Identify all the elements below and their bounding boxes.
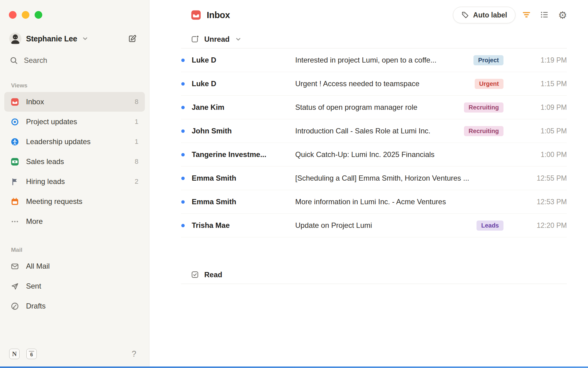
- sidebar-item-sales-leads[interactable]: Sales leads 8: [4, 152, 145, 171]
- main-header: Inbox Auto label ⚙: [149, 0, 588, 30]
- help-button[interactable]: ?: [132, 349, 136, 359]
- window-controls: [9, 11, 42, 19]
- zoom-button[interactable]: [35, 11, 42, 19]
- drafts-icon: [11, 302, 19, 310]
- main-content: Inbox Auto label ⚙ Unread Luke D: [149, 0, 588, 366]
- email-tag-chip[interactable]: Recruiting: [464, 126, 503, 136]
- unread-dot: [181, 177, 192, 180]
- email-tag-chip[interactable]: Leads: [477, 220, 503, 231]
- email-sender: Tangerine Investme...: [192, 150, 295, 159]
- email-subject: Introduction Call - Sales Role at Lumi I…: [295, 127, 439, 135]
- search-button[interactable]: Search: [4, 52, 145, 69]
- email-row[interactable]: Emma Smith More information in Lumi Inc.…: [181, 190, 567, 214]
- unread-dot: [181, 59, 192, 62]
- read-section-header[interactable]: Read: [181, 266, 567, 284]
- email-subject: Update on Project Lumi: [295, 221, 380, 230]
- list-view-button[interactable]: [537, 8, 552, 22]
- desktop-edge: [0, 366, 588, 368]
- email-middle: Interested in project Lumi, open to a co…: [295, 55, 503, 65]
- email-time: 12:53 PM: [503, 198, 567, 206]
- sidebar: Stephanie Lee Search Views Inbox 8 Proje…: [0, 0, 149, 366]
- filter-button[interactable]: [519, 8, 533, 22]
- app-window: Stephanie Lee Search Views Inbox 8 Proje…: [0, 0, 588, 366]
- ellipsis-icon: [11, 217, 19, 226]
- email-middle: Introduction Call - Sales Role at Lumi I…: [295, 126, 503, 136]
- email-middle: Status of open program manager role Recr…: [295, 102, 503, 113]
- email-subject: More information in Lumi Inc. - Acme Ven…: [295, 197, 454, 206]
- email-middle: More information in Lumi Inc. - Acme Ven…: [295, 197, 503, 206]
- sidebar-item-label: Meeting requests: [26, 197, 138, 206]
- email-tag-chip[interactable]: Urgent: [475, 79, 503, 89]
- sidebar-item-project-updates[interactable]: Project updates 1: [4, 112, 145, 132]
- compose-button[interactable]: [126, 33, 138, 45]
- read-label: Read: [204, 270, 222, 279]
- email-row[interactable]: Luke D Urgent ! Access needed to teamspa…: [181, 72, 567, 96]
- notion-badge[interactable]: N: [9, 349, 20, 359]
- email-middle: Quick Catch-Up: Lumi Inc. 2025 Financial…: [295, 150, 503, 159]
- email-row[interactable]: Trisha Mae Update on Project Lumi Leads …: [181, 214, 567, 237]
- sidebar-item-count: 1: [135, 138, 138, 146]
- email-middle: Urgent ! Access needed to teamspace Urge…: [295, 79, 503, 89]
- sidebar-item-drafts[interactable]: Drafts: [4, 296, 145, 316]
- unread-dot: [181, 106, 192, 109]
- email-row[interactable]: Luke D Interested in project Lumi, open …: [181, 48, 567, 72]
- email-time: 1:00 PM: [503, 151, 567, 159]
- sidebar-item-label: Drafts: [26, 302, 138, 310]
- sidebar-item-label: Inbox: [26, 98, 135, 106]
- sidebar-item-count: 2: [135, 178, 138, 186]
- search-label: Search: [24, 56, 47, 65]
- sidebar-section-items: All Mail Sent Drafts: [0, 256, 149, 316]
- read-checkbox-icon: [191, 270, 199, 279]
- email-sender: Emma Smith: [192, 197, 295, 206]
- sidebar-item-label: More: [26, 217, 138, 226]
- email-row[interactable]: John Smith Introduction Call - Sales Rol…: [181, 119, 567, 143]
- unread-section-header[interactable]: Unread: [181, 30, 567, 48]
- email-subject: Interested in project Lumi, open to a co…: [295, 56, 444, 64]
- email-middle: [Scheduling a Call] Emma Smith, Horizon …: [295, 174, 503, 182]
- email-tag-chip[interactable]: Project: [473, 55, 503, 65]
- account-switcher[interactable]: Stephanie Lee: [9, 33, 126, 45]
- email-tag-chip[interactable]: Recruiting: [464, 102, 503, 113]
- settings-button[interactable]: ⚙: [556, 8, 570, 22]
- email-subject: [Scheduling a Call] Emma Smith, Horizon …: [295, 174, 477, 182]
- email-sender: Emma Smith: [192, 174, 295, 182]
- email-list: Luke D Interested in project Lumi, open …: [181, 48, 567, 237]
- sidebar-item-leadership-updates[interactable]: Leadership updates 1: [4, 132, 145, 151]
- email-time: 12:20 PM: [503, 221, 567, 230]
- user-name: Stephanie Lee: [26, 34, 77, 43]
- flag-icon: [11, 178, 19, 186]
- calendar-day: 6: [30, 350, 33, 358]
- banknote-icon: [11, 158, 19, 166]
- sidebar-item-count: 8: [135, 158, 138, 166]
- unread-dot: [181, 82, 192, 86]
- sidebar-item-sent[interactable]: Sent: [4, 276, 145, 296]
- email-sender: Trisha Mae: [192, 221, 295, 230]
- email-row[interactable]: Jane Kim Status of open program manager …: [181, 96, 567, 119]
- user-row: Stephanie Lee: [0, 31, 149, 47]
- unread-dot: [181, 200, 192, 204]
- gear-icon: ⚙: [558, 10, 567, 20]
- avatar: [9, 33, 21, 45]
- email-sender: Jane Kim: [192, 103, 295, 112]
- email-row[interactable]: Tangerine Investme... Quick Catch-Up: Lu…: [181, 143, 567, 167]
- sidebar-item-meeting-requests[interactable]: Meeting requests: [4, 192, 145, 211]
- calendar-badge[interactable]: 6: [26, 349, 37, 359]
- email-sender: John Smith: [192, 127, 295, 135]
- sidebar-footer: N 6 ?: [0, 349, 149, 366]
- sidebar-item-count: 1: [135, 118, 138, 126]
- close-button[interactable]: [9, 11, 17, 19]
- sidebar-section: Mail All Mail Sent Drafts: [0, 247, 149, 316]
- sidebar-item-inbox[interactable]: Inbox 8: [4, 92, 145, 112]
- minimize-button[interactable]: [22, 11, 29, 19]
- chevron-down-icon: [235, 36, 242, 43]
- sidebar-item-hiring-leads[interactable]: Hiring leads 2: [4, 172, 145, 191]
- unread-dot: [181, 129, 192, 133]
- email-time: 1:15 PM: [503, 80, 567, 88]
- auto-label-button[interactable]: Auto label: [453, 7, 515, 23]
- unread-icon: [191, 35, 199, 43]
- sidebar-section: Views Inbox 8 Project updates 1 Leadersh…: [0, 82, 149, 231]
- sidebar-item-more[interactable]: More: [4, 212, 145, 231]
- sidebar-item-count: 8: [135, 98, 138, 106]
- sidebar-item-all-mail[interactable]: All Mail: [4, 256, 145, 276]
- email-row[interactable]: Emma Smith [Scheduling a Call] Emma Smit…: [181, 167, 567, 190]
